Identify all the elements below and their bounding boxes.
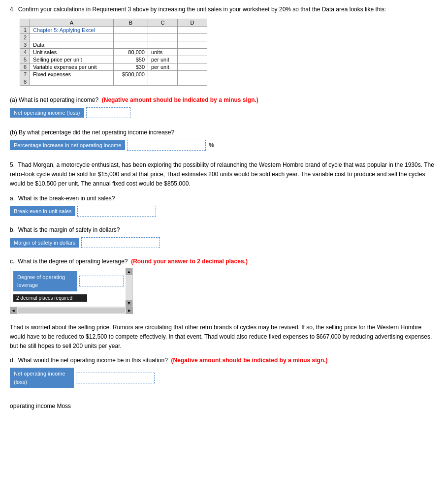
part-5a-answer-row: Break-even in unit sales (10, 206, 437, 217)
part-a-label: Net operating income (loss) (10, 108, 84, 118)
part-a-question: (a) What is net operating income? (Negat… (10, 95, 437, 104)
spreadsheet-cell-d (178, 34, 207, 41)
part-5b-q: b. What is the margin of safety in dolla… (10, 225, 437, 234)
spreadsheet-cell-b: $50 (114, 56, 148, 63)
spreadsheet-cell-b (114, 41, 148, 49)
part-5d-question: What would the net operating income be i… (18, 357, 168, 364)
part-5a-label: Break-even in unit sales (10, 206, 75, 216)
part-a-answer-row: Net operating income (loss) (10, 107, 437, 118)
spreadsheet-cell-d (178, 78, 207, 86)
col-header-rownum (20, 19, 30, 27)
leverage-inner: Degree of operating leverage 2 decimal p… (10, 268, 127, 304)
q4-number: 4. (10, 6, 15, 13)
spreadsheet-cell-c: per unit (148, 63, 178, 71)
part-5b-input[interactable] (81, 237, 160, 248)
col-header-c: C (148, 19, 178, 27)
spreadsheet-row-num: 8 (20, 78, 30, 86)
part-a-input[interactable] (86, 107, 130, 118)
part-5c-input[interactable] (79, 276, 124, 286)
part-5d-block: d. What would the net operating income b… (10, 356, 437, 388)
spreadsheet-cell-d (178, 49, 207, 56)
part-5b-answer-row: Margin of safety in dollars (10, 237, 437, 248)
spreadsheet-cell-c (148, 78, 178, 86)
spreadsheet-row-num: 5 (20, 56, 30, 63)
spreadsheet-cell-b (114, 78, 148, 86)
spreadsheet-row-num: 4 (20, 49, 30, 56)
part-b-q-text: (b) By what percentage did the net opera… (10, 129, 174, 136)
part-a-block: (a) What is net operating income? (Negat… (10, 95, 437, 118)
spreadsheet-cell-a: Unit sales (30, 49, 114, 56)
part-5c-label: Degree of operating leverage (13, 271, 77, 291)
part-5a-q: a. What is the break-even in unit sales? (10, 194, 437, 203)
spreadsheet-cell-c: per unit (148, 56, 178, 63)
part-a-red-text: (Negative amount should be indicated by … (102, 96, 258, 103)
part-5c-red-text: (Round your answer to 2 decimal places.) (131, 258, 248, 265)
spreadsheet-cell-b (114, 27, 148, 34)
part-5b-question: What is the margin of safety in dollars? (18, 226, 120, 233)
part-5d-input[interactable] (76, 373, 155, 383)
q5-text: 5. Thad Morgan, a motorcycle enthusiast,… (10, 160, 437, 189)
spreadsheet-cell-d (178, 41, 207, 49)
footer: operating income Moss (10, 403, 437, 410)
worried-text-content: Thad is worried about the selling price.… (10, 324, 432, 349)
spreadsheet-cell-d (178, 56, 207, 63)
part-a-q-text: (a) What is net operating income? (10, 96, 98, 103)
part-5d-red-text: (Negative amount should be indicated by … (171, 357, 328, 364)
part-5a-letter: a. (10, 195, 15, 202)
spreadsheet-row-num: 1 (20, 27, 30, 34)
q4-description: Confirm your calculations in Requirement… (18, 6, 386, 13)
part-5b-block: b. What is the margin of safety in dolla… (10, 225, 437, 248)
spreadsheet-cell-c: units (148, 49, 178, 56)
part-5b-letter: b. (10, 226, 15, 233)
spreadsheet-cell-c (148, 34, 178, 41)
part-5a-input[interactable] (77, 206, 156, 217)
part-b-label: Percentage increase in net operating inc… (10, 140, 125, 150)
spreadsheet-cell-a: Fixed expenses (30, 71, 114, 78)
part-5d-label-line1: Net operating income (14, 371, 65, 377)
part-b-input[interactable] (127, 140, 206, 151)
part-b-question: (b) By what percentage did the net opera… (10, 128, 437, 137)
part-b-block: (b) By what percentage did the net opera… (10, 128, 437, 151)
scroll-track (18, 308, 125, 313)
vertical-scrollbar[interactable]: ▲ ▼ (126, 268, 132, 307)
col-header-d: D (178, 19, 207, 27)
tooltip-box: 2 decimal places required (13, 294, 87, 302)
spreadsheet-cell-c (148, 27, 178, 34)
part-5d-label: Net operating income (loss) (10, 368, 74, 388)
spreadsheet-cell-d (178, 71, 207, 78)
part-b-answer-row: Percentage increase in net operating inc… (10, 140, 437, 151)
part-5a-question: What is the break-even in unit sales? (18, 195, 115, 202)
spreadsheet-cell-b: $30 (114, 63, 148, 71)
spreadsheet-cell-a (30, 34, 114, 41)
col-header-b: B (114, 19, 148, 27)
leverage-answer-row: Degree of operating leverage (13, 271, 124, 291)
scroll-left-arrow[interactable]: ◄ (10, 307, 17, 314)
part-5a-block: a. What is the break-even in unit sales?… (10, 194, 437, 217)
spreadsheet-cell-d (178, 27, 207, 34)
spreadsheet-cell-b: $500,000 (114, 71, 148, 78)
spreadsheet-cell-c (148, 41, 178, 49)
question-4: 4. Confirm your calculations in Requirem… (10, 5, 437, 86)
q5-description: Thad Morgan, a motorcycle enthusiast, ha… (10, 161, 434, 187)
col-header-a: A (30, 19, 114, 27)
part-5c-block: c. What is the degree of operating lever… (10, 257, 437, 314)
footer-text: operating income Moss (10, 403, 71, 410)
spreadsheet: A B C D 1Chapter 5: Applying Excel23Data… (20, 19, 207, 86)
scroll-up-arrow[interactable]: ▲ (126, 268, 132, 275)
part-5d-answer-row: Net operating income (loss) (10, 368, 437, 388)
q5-number: 5. (10, 161, 15, 168)
worried-paragraph: Thad is worried about the selling price.… (10, 323, 437, 351)
part-5c-label-line1: Degree of operating (17, 274, 65, 280)
part-5b-label: Margin of safety in dollars (10, 238, 79, 248)
percent-sign: % (209, 142, 214, 149)
horizontal-scrollbar[interactable]: ◄ ► (10, 307, 133, 314)
question-5: 5. Thad Morgan, a motorcycle enthusiast,… (10, 160, 437, 314)
part-5d-q: d. What would the net operating income b… (10, 356, 437, 365)
spreadsheet-row-num: 2 (20, 34, 30, 41)
scroll-right-arrow[interactable]: ► (126, 307, 133, 314)
spreadsheet-row-num: 3 (20, 41, 30, 49)
scroll-down-arrow[interactable]: ▼ (126, 300, 132, 307)
spreadsheet-cell-b: 80,000 (114, 49, 148, 56)
spreadsheet-row-num: 6 (20, 63, 30, 71)
tooltip-text: 2 decimal places required (16, 295, 72, 301)
